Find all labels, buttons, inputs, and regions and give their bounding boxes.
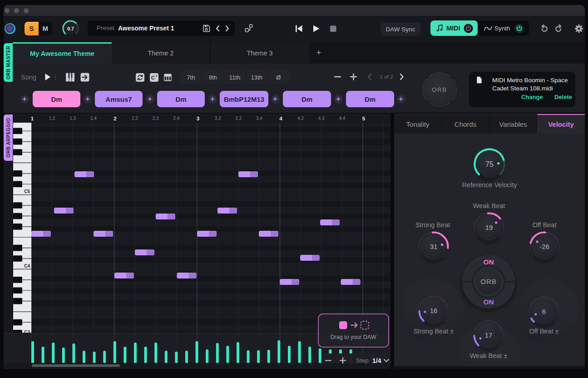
svg-text:Off Beat: Off Beat [533,221,557,229]
svg-text:Drag to your DAW: Drag to your DAW [331,334,376,340]
svg-text:19: 19 [485,224,493,231]
svg-text:ORB: ORB [480,278,497,285]
svg-text:1.2: 1.2 [49,116,55,121]
svg-text:5: 5 [362,116,366,121]
svg-text:Reference Velocity: Reference Velocity [462,181,518,189]
svg-text:2.2: 2.2 [132,116,138,121]
svg-text:2.3: 2.3 [153,116,159,121]
svg-text:Strong Beat ±: Strong Beat ± [414,328,454,335]
svg-text:6: 6 [542,308,546,315]
svg-text:16: 16 [430,307,438,314]
svg-text:1: 1 [31,116,34,121]
svg-text:1.4: 1.4 [90,116,97,121]
svg-text:3: 3 [197,116,199,121]
svg-text:4.2: 4.2 [297,116,304,121]
svg-text:2: 2 [114,116,116,121]
svg-text:ORB: ORB [432,86,447,93]
svg-text:2.4: 2.4 [173,116,179,121]
svg-text:Step: Step [356,357,369,364]
svg-text:Weak Beat: Weak Beat [473,202,505,209]
svg-text:C4: C4 [24,264,30,269]
svg-text:3.4: 3.4 [256,116,262,121]
svg-text:4.4: 4.4 [339,116,345,121]
svg-text:ON: ON [483,258,494,266]
svg-text:1 of 2: 1 of 2 [380,74,393,80]
svg-text:7: 7 [155,74,157,78]
svg-text:Off Beat ±: Off Beat ± [529,328,559,335]
svg-text:4.3: 4.3 [318,116,325,121]
svg-text:C: C [151,75,155,80]
svg-text:1.3: 1.3 [69,116,76,121]
svg-text:ON: ON [483,298,494,306]
svg-text:4: 4 [279,116,282,121]
svg-text:-26: -26 [539,243,549,250]
svg-text:17: 17 [485,331,493,339]
svg-text:1/4: 1/4 [372,357,381,364]
svg-text:75: 75 [485,160,494,168]
svg-text:31: 31 [430,243,438,250]
svg-text:0.7: 0.7 [67,26,74,31]
svg-text:Weak Beat ±: Weak Beat ± [470,352,508,359]
svg-text:Strong Beat: Strong Beat [415,221,450,229]
svg-text:3.2: 3.2 [215,116,221,121]
svg-text:3.3: 3.3 [235,116,242,121]
svg-text:C5: C5 [24,189,30,194]
